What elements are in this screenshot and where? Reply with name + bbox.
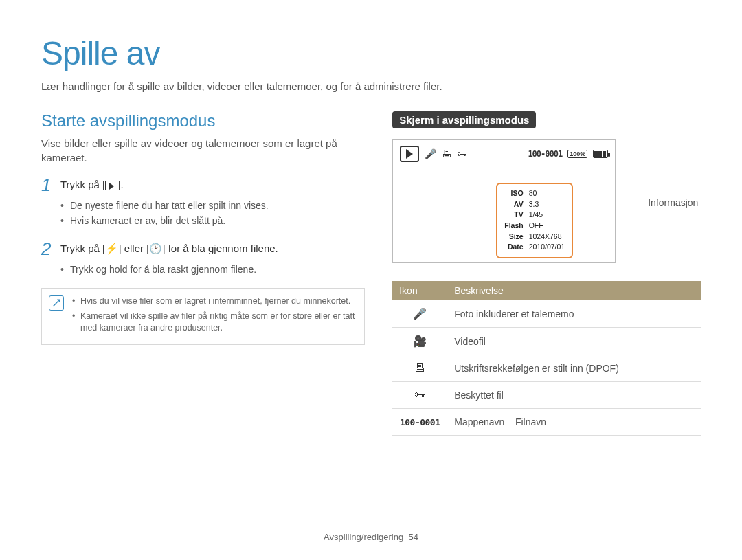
step-1-text-b: ]. [117, 179, 123, 190]
screen-wrapper: 🎤 🖶 🗝 100-0001 100% ISO80 AV3.3 TV1/45 F… [392, 139, 701, 263]
bullet: De nyeste filene du har tatt eller spilt… [60, 198, 365, 213]
info-val: 1/45 [529, 210, 565, 220]
info-val: OFF [529, 221, 565, 231]
info-key: TV [504, 210, 527, 220]
table-row: 🖶 Utskriftsrekkefølgen er stilt inn (DPO… [392, 355, 701, 382]
info-val: 2010/07/01 [529, 243, 565, 252]
note-item: Kameraet vil ikke spille av filer på rik… [72, 311, 357, 335]
step-1-text: Trykk på []. [60, 176, 124, 190]
camera-screen: 🎤 🖶 🗝 100-0001 100% ISO80 AV3.3 TV1/45 F… [392, 139, 616, 263]
step-2-text: Trykk på [⚡] eller [🕑] for å bla gjennom… [60, 240, 278, 255]
bullet: Hvis kameraet er av, blir det slått på. [60, 213, 365, 228]
file-number: 100-0001 [528, 149, 562, 159]
play-icon [400, 146, 419, 162]
info-key: AV [504, 200, 527, 210]
step-1-bullets: De nyeste filene du har tatt eller spilt… [60, 198, 365, 229]
info-key: ISO [504, 189, 527, 199]
table-head-icon: Ikon [392, 281, 447, 300]
table-desc: Beskyttet fil [447, 382, 701, 409]
section-subheading: Vise bilder eller spille av videoer og t… [41, 136, 365, 165]
film-icon: 🎥 [392, 328, 447, 355]
footer-section: Avspilling/redigering [324, 532, 403, 542]
key-icon: 🗝 [392, 382, 447, 409]
info-callout-line [602, 203, 644, 203]
table-row: 🎥 Videofil [392, 328, 701, 355]
note-item: Hvis du vil vise filer som er lagret i i… [72, 295, 357, 308]
right-column: Skjerm i avspillingsmodus 🎤 🖶 🗝 100-0001… [392, 111, 701, 436]
note-list: Hvis du vil vise filer som er lagret i i… [72, 295, 357, 337]
bullet: Trykk og hold for å bla raskt gjennom fi… [60, 262, 365, 277]
table-head-desc: Beskrivelse [447, 281, 701, 300]
left-column: Starte avspillingsmodus Vise bilder elle… [41, 111, 365, 436]
note-icon [49, 295, 64, 311]
info-val: 1024X768 [529, 232, 565, 242]
table-row: 100-0001 Mappenavn – Filnavn [392, 409, 701, 436]
step-1: 1 Trykk på []. [41, 176, 365, 194]
key-icon: 🗝 [457, 148, 466, 159]
step-2-bullets: Trykk og hold for å bla raskt gjennom fi… [60, 262, 365, 277]
page-footer: Avspilling/redigering 54 [0, 532, 742, 542]
step-2-text-c: ] for å bla gjennom filene. [162, 243, 278, 254]
page-title: Spille av [41, 34, 701, 72]
screen-top-row: 🎤 🖶 🗝 100-0001 100% [400, 146, 608, 162]
info-key: Date [504, 243, 527, 252]
table-desc: Foto inkluderer et talememo [447, 300, 701, 328]
info-key: Size [504, 232, 527, 242]
info-key: Flash [504, 221, 527, 231]
step-number: 1 [41, 176, 60, 194]
footer-page-number: 54 [408, 532, 418, 542]
table-row: 🗝 Beskyttet fil [392, 382, 701, 409]
info-frame: ISO80 AV3.3 TV1/45 FlashOFF Size1024X768… [496, 183, 573, 258]
card-badge: 100% [567, 150, 587, 158]
table-desc: Videofil [447, 328, 701, 355]
info-val: 3.3 [529, 200, 565, 210]
step-2-text-b: ] eller [ [118, 243, 149, 254]
info-callout-label: Informasjon [648, 197, 698, 208]
screen-mode-pill: Skjerm i avspillingsmodus [392, 111, 536, 128]
step-number: 2 [41, 240, 60, 258]
section-heading: Starte avspillingsmodus [41, 111, 365, 131]
battery-icon [593, 150, 608, 158]
table-desc: Utskriftsrekkefølgen er stilt inn (DPOF) [447, 355, 701, 382]
print-icon: 🖶 [442, 148, 451, 159]
flash-icon: ⚡ [105, 243, 118, 254]
timer-icon: 🕑 [149, 243, 162, 254]
mic-icon: 🎤 [392, 300, 447, 328]
folder-icon: 100-0001 [392, 409, 447, 436]
play-icon [105, 181, 117, 190]
table-desc: Mappenavn – Filnavn [447, 409, 701, 436]
info-val: 80 [529, 189, 565, 199]
page-subtitle: Lær handlinger for å spille av bilder, v… [41, 80, 701, 92]
note-box: Hvis du vil vise filer som er lagret i i… [41, 288, 365, 345]
step-2: 2 Trykk på [⚡] eller [🕑] for å bla gjenn… [41, 240, 365, 258]
print-icon: 🖶 [392, 355, 447, 382]
step-1-text-a: Trykk på [ [60, 179, 105, 190]
icon-description-table: Ikon Beskrivelse 🎤 Foto inkluderer et ta… [392, 281, 701, 436]
mic-icon: 🎤 [425, 148, 436, 159]
step-2-text-a: Trykk på [ [60, 243, 105, 254]
table-row: 🎤 Foto inkluderer et talememo [392, 300, 701, 328]
info-table: ISO80 AV3.3 TV1/45 FlashOFF Size1024X768… [503, 188, 566, 254]
